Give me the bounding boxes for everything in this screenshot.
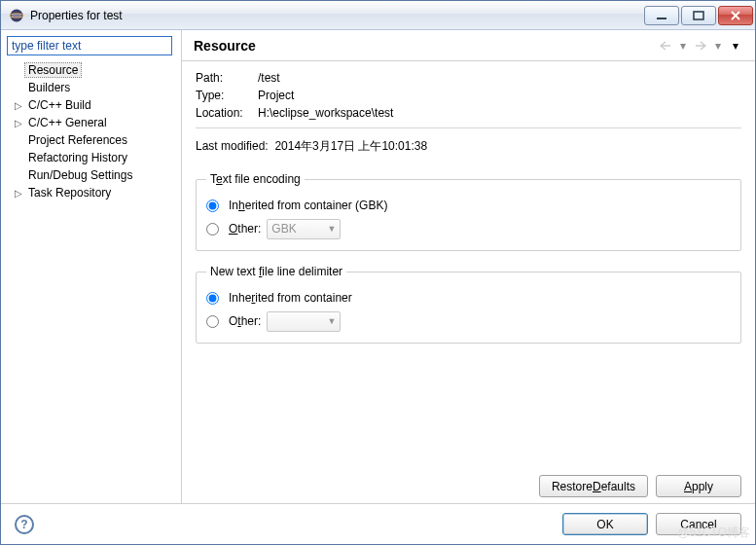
cancel-button[interactable]: Cancel xyxy=(656,513,741,535)
expand-icon[interactable]: ▷ xyxy=(13,118,24,128)
type-label: Type: xyxy=(196,89,258,102)
sidebar: Resource Builders ▷C/C++ Build ▷C/C++ Ge… xyxy=(1,30,182,503)
tree-item-refactoring-history[interactable]: Refactoring History xyxy=(7,149,177,166)
menu-dropdown-icon[interactable]: ▾ xyxy=(728,38,743,54)
delimiter-inherited-radio[interactable] xyxy=(206,292,219,305)
delimiter-other-combo[interactable]: ▼ xyxy=(267,311,341,332)
encoding-other-label: Other: xyxy=(229,222,261,236)
titlebar: Properties for test xyxy=(1,1,755,30)
dropdown-icon[interactable]: ▾ xyxy=(675,38,691,54)
filter-input[interactable] xyxy=(7,36,172,55)
separator xyxy=(196,127,741,128)
tree-item-project-references[interactable]: Project References xyxy=(7,131,177,149)
svg-point-0 xyxy=(11,9,23,21)
chevron-down-icon: ▼ xyxy=(327,316,336,326)
location-label: Location: xyxy=(196,106,258,120)
ok-button[interactable]: OK xyxy=(562,513,648,535)
close-button[interactable] xyxy=(718,6,753,25)
delimiter-group: New text file line delimiter Inherited f… xyxy=(196,265,741,344)
forward-icon[interactable] xyxy=(693,38,708,54)
page-title: Resource xyxy=(194,38,658,54)
type-value: Project xyxy=(258,89,741,102)
path-label: Path: xyxy=(196,71,258,85)
delimiter-inherited-label: Inherited from container xyxy=(229,291,352,305)
delimiter-other-radio[interactable] xyxy=(206,315,219,328)
encoding-inherited-label: Inherited from container (GBK) xyxy=(229,199,387,212)
delimiter-other-label: Other: xyxy=(229,314,261,328)
dropdown-icon[interactable]: ▾ xyxy=(710,38,726,54)
last-modified: Last modified: 2014年3月17日 上午10:01:38 xyxy=(196,138,741,155)
tree-item-run-debug[interactable]: Run/Debug Settings xyxy=(7,166,177,184)
encoding-inherited-radio[interactable] xyxy=(206,200,219,212)
expand-icon[interactable]: ▷ xyxy=(13,188,24,199)
window-title: Properties for test xyxy=(30,9,644,22)
svg-rect-2 xyxy=(12,14,21,15)
encoding-group: Text file encoding Inherited from contai… xyxy=(196,172,741,251)
svg-rect-5 xyxy=(694,12,703,19)
svg-rect-4 xyxy=(657,18,666,19)
delimiter-legend: New text file line delimiter xyxy=(206,265,346,278)
tree-item-builders[interactable]: Builders xyxy=(7,79,177,96)
svg-rect-3 xyxy=(12,16,21,17)
location-value: H:\eclipse_workspace\test xyxy=(258,106,741,120)
minimize-button[interactable] xyxy=(644,6,679,25)
tree: Resource Builders ▷C/C++ Build ▷C/C++ Ge… xyxy=(7,61,177,201)
maximize-button[interactable] xyxy=(681,6,716,25)
eclipse-icon xyxy=(9,8,24,23)
restore-defaults-button[interactable]: Restore Defaults xyxy=(539,475,648,497)
help-icon[interactable]: ? xyxy=(15,515,34,534)
back-icon[interactable] xyxy=(658,38,673,54)
encoding-legend: Text file encoding xyxy=(206,172,305,186)
path-value: /test xyxy=(258,71,741,85)
tree-item-cpp-build[interactable]: ▷C/C++ Build xyxy=(7,96,177,114)
chevron-down-icon: ▼ xyxy=(327,224,336,234)
tree-item-cpp-general[interactable]: ▷C/C++ General xyxy=(7,114,177,131)
expand-icon[interactable]: ▷ xyxy=(13,100,24,111)
encoding-other-combo[interactable]: GBK▼ xyxy=(267,219,341,239)
main-panel: Resource ▾ ▾ ▾ Path: /test Type: Project… xyxy=(182,30,755,503)
tree-item-resource[interactable]: Resource xyxy=(7,61,177,79)
tree-item-task-repository[interactable]: ▷Task Repository xyxy=(7,184,177,201)
encoding-other-radio[interactable] xyxy=(206,223,219,236)
apply-button[interactable]: Apply xyxy=(656,475,741,497)
